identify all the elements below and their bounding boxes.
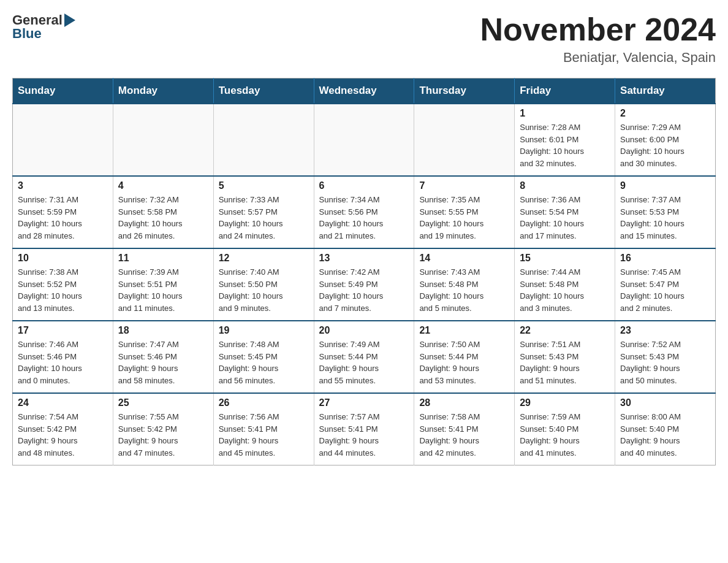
calendar-cell: 23Sunrise: 7:52 AMSunset: 5:43 PMDayligh… — [615, 321, 716, 393]
day-info: Sunrise: 7:36 AMSunset: 5:54 PMDaylight:… — [520, 194, 610, 242]
day-number: 26 — [219, 397, 309, 408]
day-number: 7 — [419, 180, 509, 191]
title-block: November 2024 Beniatjar, Valencia, Spain — [480, 12, 716, 66]
day-number: 22 — [520, 325, 610, 336]
day-info: Sunrise: 7:40 AMSunset: 5:50 PMDaylight:… — [219, 266, 309, 314]
day-number: 10 — [18, 253, 108, 264]
day-info: Sunrise: 7:33 AMSunset: 5:57 PMDaylight:… — [219, 194, 309, 242]
calendar-cell: 19Sunrise: 7:48 AMSunset: 5:45 PMDayligh… — [213, 321, 314, 393]
calendar-cell: 9Sunrise: 7:37 AMSunset: 5:53 PMDaylight… — [615, 176, 716, 248]
calendar-cell: 1Sunrise: 7:28 AMSunset: 6:01 PMDaylight… — [515, 104, 615, 176]
day-info: Sunrise: 7:28 AMSunset: 6:01 PMDaylight:… — [520, 121, 610, 169]
day-info: Sunrise: 7:57 AMSunset: 5:41 PMDaylight:… — [319, 411, 409, 459]
weekday-header-sunday: Sunday — [13, 79, 113, 104]
calendar-cell: 3Sunrise: 7:31 AMSunset: 5:59 PMDaylight… — [13, 176, 113, 248]
calendar-table: SundayMondayTuesdayWednesdayThursdayFrid… — [12, 78, 716, 465]
day-info: Sunrise: 7:31 AMSunset: 5:59 PMDaylight:… — [18, 194, 108, 242]
day-number: 3 — [18, 180, 108, 191]
day-number: 5 — [219, 180, 309, 191]
calendar-cell: 13Sunrise: 7:42 AMSunset: 5:49 PMDayligh… — [314, 248, 414, 321]
calendar-cell: 16Sunrise: 7:45 AMSunset: 5:47 PMDayligh… — [615, 248, 716, 321]
day-info: Sunrise: 7:49 AMSunset: 5:44 PMDaylight:… — [319, 339, 409, 386]
day-info: Sunrise: 7:38 AMSunset: 5:52 PMDaylight:… — [18, 266, 108, 314]
day-info: Sunrise: 7:47 AMSunset: 5:46 PMDaylight:… — [118, 339, 208, 386]
day-info: Sunrise: 7:48 AMSunset: 5:45 PMDaylight:… — [219, 339, 309, 386]
calendar-cell: 12Sunrise: 7:40 AMSunset: 5:50 PMDayligh… — [213, 248, 314, 321]
day-number: 6 — [319, 180, 409, 191]
calendar-cell — [314, 104, 414, 176]
calendar-cell — [13, 104, 113, 176]
calendar-cell: 6Sunrise: 7:34 AMSunset: 5:56 PMDaylight… — [314, 176, 414, 248]
day-number: 25 — [118, 397, 208, 408]
calendar-cell — [113, 104, 213, 176]
logo-blue-text: Blue — [12, 26, 42, 42]
calendar-cell: 8Sunrise: 7:36 AMSunset: 5:54 PMDaylight… — [515, 176, 615, 248]
day-number: 9 — [620, 180, 710, 191]
weekday-header-friday: Friday — [515, 79, 615, 104]
day-info: Sunrise: 7:42 AMSunset: 5:49 PMDaylight:… — [319, 266, 409, 314]
weekday-header-monday: Monday — [113, 79, 213, 104]
day-number: 13 — [319, 253, 409, 264]
calendar-cell: 11Sunrise: 7:39 AMSunset: 5:51 PMDayligh… — [113, 248, 213, 321]
calendar-week-row: 17Sunrise: 7:46 AMSunset: 5:46 PMDayligh… — [13, 321, 716, 393]
calendar-cell: 17Sunrise: 7:46 AMSunset: 5:46 PMDayligh… — [13, 321, 113, 393]
weekday-header-row: SundayMondayTuesdayWednesdayThursdayFrid… — [13, 79, 716, 104]
calendar-cell: 2Sunrise: 7:29 AMSunset: 6:00 PMDaylight… — [615, 104, 716, 176]
calendar-week-row: 24Sunrise: 7:54 AMSunset: 5:42 PMDayligh… — [13, 393, 716, 465]
day-number: 30 — [620, 397, 710, 408]
weekday-header-tuesday: Tuesday — [213, 79, 314, 104]
day-number: 2 — [620, 108, 710, 119]
day-info: Sunrise: 7:56 AMSunset: 5:41 PMDaylight:… — [219, 411, 309, 459]
calendar-week-row: 1Sunrise: 7:28 AMSunset: 6:01 PMDaylight… — [13, 104, 716, 176]
day-number: 21 — [419, 325, 509, 336]
day-info: Sunrise: 7:54 AMSunset: 5:42 PMDaylight:… — [18, 411, 108, 459]
calendar-cell: 24Sunrise: 7:54 AMSunset: 5:42 PMDayligh… — [13, 393, 113, 465]
calendar-cell — [213, 104, 314, 176]
day-number: 8 — [520, 180, 610, 191]
day-number: 17 — [18, 325, 108, 336]
day-number: 29 — [520, 397, 610, 408]
month-year-title: November 2024 — [480, 12, 716, 47]
calendar-cell: 20Sunrise: 7:49 AMSunset: 5:44 PMDayligh… — [314, 321, 414, 393]
logo: General Blue — [12, 12, 75, 42]
day-info: Sunrise: 7:52 AMSunset: 5:43 PMDaylight:… — [620, 339, 710, 386]
calendar-cell: 10Sunrise: 7:38 AMSunset: 5:52 PMDayligh… — [13, 248, 113, 321]
day-info: Sunrise: 7:55 AMSunset: 5:42 PMDaylight:… — [118, 411, 208, 459]
calendar-cell: 22Sunrise: 7:51 AMSunset: 5:43 PMDayligh… — [515, 321, 615, 393]
calendar-cell: 30Sunrise: 8:00 AMSunset: 5:40 PMDayligh… — [615, 393, 716, 465]
calendar-cell: 7Sunrise: 7:35 AMSunset: 5:55 PMDaylight… — [414, 176, 515, 248]
calendar-cell: 14Sunrise: 7:43 AMSunset: 5:48 PMDayligh… — [414, 248, 515, 321]
day-info: Sunrise: 7:44 AMSunset: 5:48 PMDaylight:… — [520, 266, 610, 314]
day-number: 18 — [118, 325, 208, 336]
calendar-cell: 25Sunrise: 7:55 AMSunset: 5:42 PMDayligh… — [113, 393, 213, 465]
day-info: Sunrise: 7:32 AMSunset: 5:58 PMDaylight:… — [118, 194, 208, 242]
calendar-cell: 28Sunrise: 7:58 AMSunset: 5:41 PMDayligh… — [414, 393, 515, 465]
day-number: 19 — [219, 325, 309, 336]
day-number: 1 — [520, 108, 610, 119]
day-number: 15 — [520, 253, 610, 264]
calendar-week-row: 10Sunrise: 7:38 AMSunset: 5:52 PMDayligh… — [13, 248, 716, 321]
day-number: 24 — [18, 397, 108, 408]
weekday-header-wednesday: Wednesday — [314, 79, 414, 104]
day-info: Sunrise: 7:35 AMSunset: 5:55 PMDaylight:… — [419, 194, 509, 242]
day-number: 12 — [219, 253, 309, 264]
day-info: Sunrise: 7:59 AMSunset: 5:40 PMDaylight:… — [520, 411, 610, 459]
calendar-week-row: 3Sunrise: 7:31 AMSunset: 5:59 PMDaylight… — [13, 176, 716, 248]
calendar-cell — [414, 104, 515, 176]
calendar-cell: 29Sunrise: 7:59 AMSunset: 5:40 PMDayligh… — [515, 393, 615, 465]
calendar-cell: 21Sunrise: 7:50 AMSunset: 5:44 PMDayligh… — [414, 321, 515, 393]
day-info: Sunrise: 7:34 AMSunset: 5:56 PMDaylight:… — [319, 194, 409, 242]
weekday-header-thursday: Thursday — [414, 79, 515, 104]
calendar-cell: 15Sunrise: 7:44 AMSunset: 5:48 PMDayligh… — [515, 248, 615, 321]
calendar-cell: 27Sunrise: 7:57 AMSunset: 5:41 PMDayligh… — [314, 393, 414, 465]
day-info: Sunrise: 7:43 AMSunset: 5:48 PMDaylight:… — [419, 266, 509, 314]
day-info: Sunrise: 7:50 AMSunset: 5:44 PMDaylight:… — [419, 339, 509, 386]
calendar-cell: 18Sunrise: 7:47 AMSunset: 5:46 PMDayligh… — [113, 321, 213, 393]
day-number: 28 — [419, 397, 509, 408]
day-number: 4 — [118, 180, 208, 191]
day-info: Sunrise: 7:45 AMSunset: 5:47 PMDaylight:… — [620, 266, 710, 314]
day-info: Sunrise: 7:29 AMSunset: 6:00 PMDaylight:… — [620, 121, 710, 169]
day-number: 11 — [118, 253, 208, 264]
calendar-cell: 5Sunrise: 7:33 AMSunset: 5:57 PMDaylight… — [213, 176, 314, 248]
day-info: Sunrise: 8:00 AMSunset: 5:40 PMDaylight:… — [620, 411, 710, 459]
